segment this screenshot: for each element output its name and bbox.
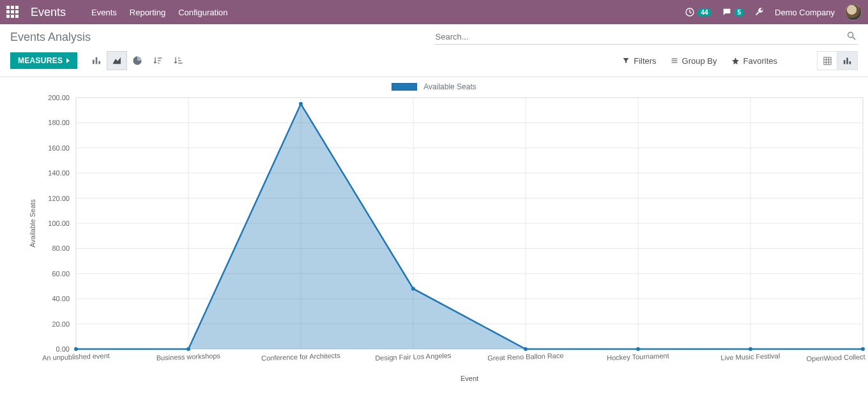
sort-desc-icon xyxy=(153,56,163,66)
user-avatar[interactable] xyxy=(845,4,862,20)
svg-text:0.00: 0.00 xyxy=(56,345,70,353)
control-panel: Events Analysis MEASURES xyxy=(0,24,868,77)
svg-text:Hockey Tournament: Hockey Tournament xyxy=(607,352,669,361)
svg-text:Great Reno Ballon Race: Great Reno Ballon Race xyxy=(487,352,564,362)
svg-text:100.00: 100.00 xyxy=(48,220,70,227)
apps-icon[interactable] xyxy=(6,6,19,19)
topbar-actions: 44 5 Demo Company xyxy=(685,4,862,20)
measures-label: MEASURES xyxy=(18,56,63,65)
wrench-icon xyxy=(754,6,765,17)
svg-point-61 xyxy=(861,347,865,351)
star-icon xyxy=(731,57,740,65)
sort-asc-icon xyxy=(173,56,183,66)
svg-text:Live Music Festival: Live Music Festival xyxy=(720,352,780,361)
list-icon xyxy=(671,57,678,64)
svg-text:OpenWood Collection Online Rev: OpenWood Collection Online Revea xyxy=(806,351,865,362)
bar-chart-icon xyxy=(842,56,852,66)
svg-text:180.00: 180.00 xyxy=(48,119,70,126)
bar-chart-icon xyxy=(91,56,102,66)
page-title: Events Analysis xyxy=(10,31,91,44)
topbar: Events Events Reporting Configuration 44… xyxy=(0,0,868,24)
svg-text:An unpublished event: An unpublished event xyxy=(42,352,110,362)
svg-rect-22 xyxy=(849,61,851,64)
activity-badge: 44 xyxy=(697,8,711,17)
line-chart-button[interactable] xyxy=(107,51,127,70)
svg-point-56 xyxy=(299,102,303,106)
developer-tools-button[interactable] xyxy=(754,6,765,19)
clock-icon xyxy=(685,7,695,17)
svg-text:Event: Event xyxy=(461,375,478,382)
nav-configuration[interactable]: Configuration xyxy=(178,8,227,17)
svg-text:Business workshops: Business workshops xyxy=(156,352,221,362)
nav-reporting[interactable]: Reporting xyxy=(130,8,165,17)
favorites-button[interactable]: Favorites xyxy=(731,56,777,66)
chat-badge: 5 xyxy=(735,8,745,17)
svg-text:200.00: 200.00 xyxy=(48,94,70,101)
chart-type-buttons xyxy=(86,51,188,70)
bar-chart-button[interactable] xyxy=(86,51,107,70)
svg-rect-4 xyxy=(96,57,98,64)
favorites-label: Favorites xyxy=(743,56,777,66)
chart-legend: Available Seats xyxy=(3,82,865,91)
svg-point-1 xyxy=(848,33,853,38)
chart-container: Available Seats 0.0020.0040.0060.0080.00… xyxy=(0,77,868,392)
svg-text:120.00: 120.00 xyxy=(48,195,70,202)
svg-text:Conference for Architects: Conference for Architects xyxy=(261,352,340,362)
svg-point-60 xyxy=(749,347,752,351)
svg-rect-5 xyxy=(99,61,101,64)
groupby-label: Group By xyxy=(682,56,717,66)
svg-text:20.00: 20.00 xyxy=(52,320,70,328)
svg-point-59 xyxy=(636,347,640,351)
view-switcher xyxy=(817,51,858,70)
legend-swatch xyxy=(392,83,417,91)
svg-point-54 xyxy=(74,347,78,351)
nav-links: Events Reporting Configuration xyxy=(91,8,227,17)
groupby-button[interactable]: Group By xyxy=(671,56,717,66)
svg-point-58 xyxy=(524,347,528,351)
chat-icon xyxy=(722,7,732,17)
pivot-view-button[interactable] xyxy=(817,51,837,70)
svg-point-57 xyxy=(411,287,415,290)
svg-rect-20 xyxy=(844,60,846,64)
grid-icon xyxy=(823,56,832,66)
legend-label: Available Seats xyxy=(423,82,476,91)
svg-text:60.00: 60.00 xyxy=(52,270,70,278)
svg-text:160.00: 160.00 xyxy=(48,144,70,152)
search-icon[interactable] xyxy=(846,31,857,43)
filters-label: Filters xyxy=(634,56,656,66)
svg-text:Available Seats: Available Seats xyxy=(29,199,36,248)
svg-point-55 xyxy=(187,347,190,351)
svg-line-2 xyxy=(853,37,855,40)
funnel-icon xyxy=(622,57,630,64)
search-input[interactable] xyxy=(434,29,858,44)
discuss-button[interactable]: 5 xyxy=(722,7,745,17)
svg-rect-15 xyxy=(823,57,830,64)
graph-view-button[interactable] xyxy=(837,51,858,70)
sort-desc-button[interactable] xyxy=(148,51,168,70)
svg-text:40.00: 40.00 xyxy=(52,295,70,302)
brand-title: Events xyxy=(31,6,66,19)
search-container xyxy=(434,29,858,45)
svg-text:Design Fair Los Angeles: Design Fair Los Angeles xyxy=(375,352,452,362)
svg-rect-3 xyxy=(93,60,95,64)
filter-group: Filters Group By Favorites xyxy=(622,51,858,70)
pie-chart-button[interactable] xyxy=(127,51,148,70)
caret-right-icon xyxy=(66,58,70,63)
svg-rect-21 xyxy=(846,57,848,64)
activity-button[interactable]: 44 xyxy=(685,7,711,17)
filters-button[interactable]: Filters xyxy=(622,56,656,66)
pie-chart-icon xyxy=(132,56,142,66)
company-name[interactable]: Demo Company xyxy=(775,8,835,17)
svg-text:140.00: 140.00 xyxy=(48,169,70,177)
sort-asc-button[interactable] xyxy=(168,51,188,70)
nav-events[interactable]: Events xyxy=(91,8,117,17)
area-chart-icon xyxy=(112,56,122,66)
area-chart: 0.0020.0040.0060.0080.00100.00120.00140.… xyxy=(3,93,865,386)
svg-text:80.00: 80.00 xyxy=(52,244,70,252)
measures-button[interactable]: MEASURES xyxy=(10,52,77,69)
